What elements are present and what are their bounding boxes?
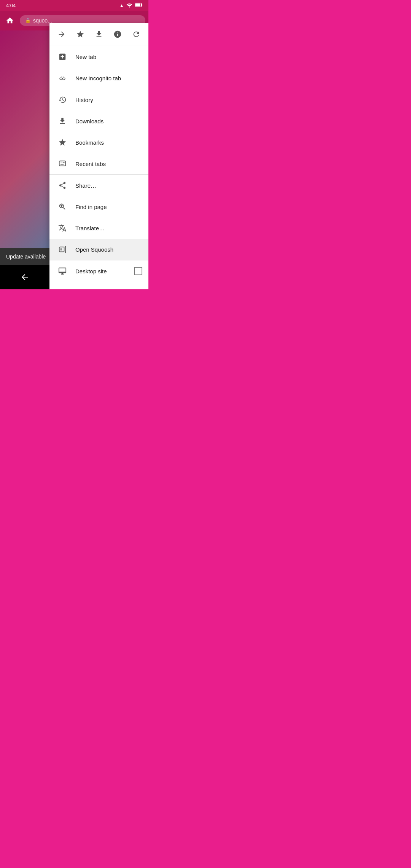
open-app-icon [56, 243, 69, 256]
menu-item-open-squoosh[interactable]: Open Squoosh [49, 239, 148, 260]
downloads-icon [56, 114, 69, 128]
new-incognito-tab-label: New Incognito tab [75, 75, 142, 81]
share-label: Share… [75, 182, 142, 189]
menu-item-translate[interactable]: Translate… [49, 217, 148, 239]
translate-label: Translate… [75, 225, 142, 231]
recent-tabs-label: Recent tabs [75, 161, 142, 167]
desktop-site-label: Desktop site [75, 268, 134, 274]
open-squoosh-label: Open Squoosh [75, 246, 142, 253]
svg-rect-7 [63, 162, 65, 163]
refresh-icon[interactable] [129, 27, 144, 42]
status-icons: ▲ [119, 2, 142, 9]
svg-rect-6 [59, 161, 66, 166]
menu-toolbar [49, 23, 148, 46]
incognito-icon [56, 71, 69, 85]
menu-item-history[interactable]: History [49, 89, 148, 110]
svg-rect-3 [135, 3, 140, 6]
new-tab-icon [56, 50, 69, 64]
forward-icon[interactable] [54, 27, 69, 42]
download-page-icon[interactable] [91, 27, 107, 42]
menu-item-new-incognito-tab[interactable]: New Incognito tab [49, 67, 148, 89]
menu-item-new-tab[interactable]: New tab [49, 46, 148, 67]
history-label: History [75, 97, 142, 103]
wifi-icon [126, 2, 132, 9]
find-icon [56, 200, 69, 214]
menu-items-container: New tab New Incognito tab [49, 46, 148, 289]
back-button[interactable] [13, 270, 36, 285]
recent-tabs-icon [56, 157, 69, 171]
bookmarks-label: Bookmarks [75, 139, 142, 146]
new-tab-label: New tab [75, 54, 142, 60]
menu-item-recent-tabs[interactable]: Recent tabs [49, 153, 148, 174]
settings-icon [56, 286, 69, 289]
svg-rect-2 [142, 4, 143, 6]
bookmarks-icon [56, 136, 69, 149]
status-bar: 4:04 ▲ [0, 0, 148, 11]
desktop-icon [56, 264, 69, 278]
lock-icon: 🔒 [25, 18, 31, 23]
signal-icon: ▲ [119, 3, 124, 8]
menu-item-share[interactable]: Share… [49, 175, 148, 196]
menu-item-desktop-site[interactable]: Desktop site [49, 260, 148, 282]
home-button[interactable] [3, 14, 17, 27]
share-icon [56, 179, 69, 192]
downloads-label: Downloads [75, 118, 142, 124]
bookmark-star-icon[interactable] [73, 27, 88, 42]
svg-point-0 [129, 6, 130, 8]
page-info-icon[interactable] [110, 27, 125, 42]
battery-icon [135, 3, 142, 8]
history-icon [56, 93, 69, 107]
menu-item-bookmarks[interactable]: Bookmarks [49, 132, 148, 153]
update-text: Update available [6, 254, 46, 260]
find-in-page-label: Find in page [75, 204, 142, 210]
menu-item-find-in-page[interactable]: Find in page [49, 196, 148, 217]
dropdown-menu: New tab New Incognito tab [49, 23, 148, 289]
desktop-site-checkbox[interactable] [134, 267, 142, 275]
menu-item-downloads[interactable]: Downloads [49, 110, 148, 132]
translate-icon [56, 221, 69, 235]
status-time: 4:04 [6, 3, 16, 8]
menu-item-settings[interactable]: Settings [49, 282, 148, 289]
svg-rect-9 [61, 248, 62, 251]
